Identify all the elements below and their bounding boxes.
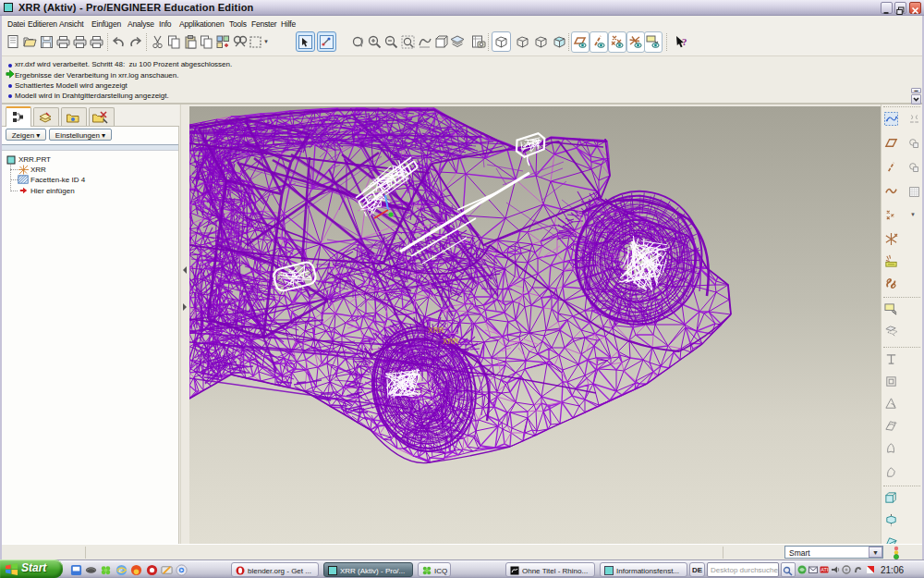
svg-text:e: e: [119, 566, 123, 574]
svg-text:?: ?: [682, 36, 687, 47]
svg-text:ATI: ATI: [821, 567, 829, 572]
svg-text:XRR: XRR: [428, 326, 444, 335]
svg-text:XRR: XRR: [443, 337, 459, 346]
